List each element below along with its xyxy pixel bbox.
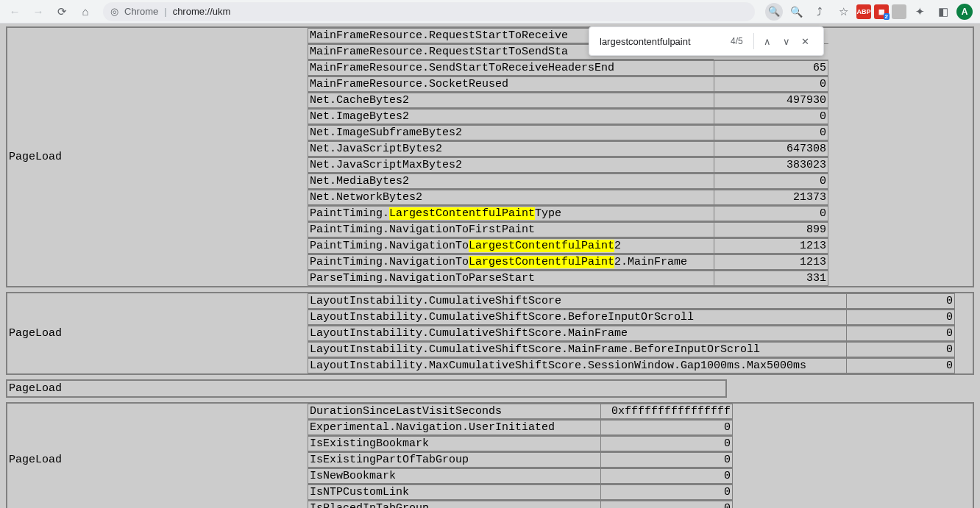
table-row: Net.JavaScriptMaxBytes2383023 [308, 157, 828, 173]
metric-value: 0 [714, 206, 828, 221]
metric-name: PaintTiming.LargestContentfulPaintType [308, 206, 714, 221]
metric-value: 1213 [714, 254, 828, 270]
metric-name: Net.NetworkBytes2 [308, 190, 714, 205]
home-button[interactable]: ⌂ [75, 1, 96, 22]
table-row: LayoutInstability.CumulativeShiftScore.B… [308, 309, 955, 325]
metric-name: DurationSinceLastVisitSeconds [308, 404, 600, 419]
table-row: IsExistingPartOfTabGroup0 [308, 451, 733, 468]
table-row: Experimental.Navigation.UserInitiated0 [308, 419, 733, 435]
metric-value: 0 [600, 468, 733, 484]
table-row: LayoutInstability.CumulativeShiftScore0 [308, 293, 955, 309]
find-prev-button[interactable]: ∧ [759, 32, 777, 51]
metric-value: 899 [714, 222, 828, 237]
find-separator [753, 33, 754, 49]
table-row: LayoutInstability.CumulativeShiftScore.M… [308, 325, 955, 341]
share-icon[interactable]: ⤴ [809, 1, 830, 22]
metric-value: 0 [846, 293, 955, 309]
table-row: LayoutInstability.MaxCumulativeShiftScor… [308, 357, 955, 373]
metric-value: 21373 [714, 190, 828, 205]
metric-value: 0 [846, 326, 955, 341]
extension-abp-icon[interactable]: ABP [856, 4, 871, 19]
find-in-page-bar: 4/5 ∧ ∨ ✕ [589, 26, 824, 56]
metric-name: IsExistingPartOfTabGroup [308, 452, 600, 468]
metric-name: MainFrameResource.SocketReused [308, 76, 714, 92]
metric-name: PaintTiming.NavigationToFirstPaint [308, 222, 714, 237]
section-label: PageLoad [7, 404, 308, 508]
metric-value: 0 [600, 436, 733, 451]
find-count: 4/5 [731, 36, 743, 46]
table-row: MainFrameResource.SocketReused0 [308, 76, 828, 92]
zoom-find-icon[interactable]: 🔍 [765, 3, 783, 21]
find-next-button[interactable]: ∨ [777, 32, 795, 51]
metric-name: Net.JavaScriptBytes2 [308, 141, 714, 157]
table-row: PaintTiming.NavigationToFirstPaint899 [308, 221, 828, 237]
metric-value: 383023 [714, 157, 828, 173]
reload-button[interactable]: ⟳ [52, 1, 72, 22]
toolbar-right: 🔍 🔍 ⤴ ☆ ABP ▦2 ✦ ◧ A [762, 1, 976, 22]
table-row: Net.JavaScriptBytes2647308 [308, 140, 828, 157]
metric-value: 1213 [714, 238, 828, 254]
browser-toolbar: ← → ⟳ ⌂ ◎ Chrome | chrome://ukm 🔍 🔍 ⤴ ☆ … [0, 0, 980, 24]
metric-name: Net.JavaScriptMaxBytes2 [308, 157, 714, 173]
find-input[interactable] [598, 35, 725, 48]
extension-gray-icon[interactable] [892, 4, 906, 19]
metric-name: Net.CacheBytes2 [308, 93, 714, 108]
metric-name: MainFrameResource.SendStartToReceiveHead… [308, 60, 714, 76]
table-row: LayoutInstability.CumulativeShiftScore.M… [308, 341, 955, 357]
profile-avatar[interactable]: A [956, 4, 973, 20]
extensions-puzzle-icon[interactable]: ✦ [909, 1, 930, 22]
table-row: PaintTiming.NavigationToLargestContentfu… [308, 237, 828, 254]
metric-value: 0 [846, 358, 955, 373]
ukm-section: PageLoad DurationSinceLastVisitSeconds0x… [6, 402, 974, 508]
ukm-section: PageLoad LayoutInstability.CumulativeShi… [6, 292, 974, 375]
metric-value: 0 [714, 173, 828, 189]
metric-value: 497930 [714, 93, 828, 108]
metric-value: 0 [714, 109, 828, 124]
find-close-button[interactable]: ✕ [796, 32, 814, 51]
metric-value: 0 [600, 452, 733, 468]
address-url: chrome://ukm [173, 6, 231, 17]
bookmark-star-icon[interactable]: ☆ [833, 1, 853, 22]
metric-name: IsExistingBookmark [308, 436, 600, 451]
table-row: Net.CacheBytes2497930 [308, 92, 828, 108]
metric-name: IsPlacedInTabGroup [308, 501, 600, 508]
metric-name: IsNewBookmark [308, 468, 600, 484]
table-row: IsPlacedInTabGroup0 [308, 500, 733, 508]
page-content: PageLoad MainFrameResource.RequestStartT… [0, 24, 980, 508]
metric-name: Net.MediaBytes2 [308, 173, 714, 189]
zoom-out-icon[interactable]: 🔍 [786, 1, 806, 22]
extension-red-icon[interactable]: ▦2 [874, 4, 889, 19]
section-label: PageLoad [7, 293, 308, 373]
metric-name: LayoutInstability.MaxCumulativeShiftScor… [308, 358, 846, 373]
section-rows: DurationSinceLastVisitSeconds0xfffffffff… [308, 404, 733, 508]
metric-value: 0 [846, 342, 955, 357]
metric-name: PaintTiming.NavigationToLargestContentfu… [308, 254, 714, 270]
table-row: MainFrameResource.SendStartToReceiveHead… [308, 60, 828, 76]
metric-name: ParseTiming.NavigationToParseStart [308, 271, 714, 286]
metric-name: Experimental.Navigation.UserInitiated [308, 420, 600, 435]
metric-name: LayoutInstability.CumulativeShiftScore.M… [308, 326, 846, 341]
forward-button[interactable]: → [28, 1, 49, 22]
section-label: PageLoad [7, 28, 308, 286]
table-row: DurationSinceLastVisitSeconds0xfffffffff… [308, 404, 733, 419]
metric-value: 0xffffffffffffffff [600, 404, 733, 419]
ukm-section-label-only: PageLoad [6, 379, 727, 398]
metric-value: 0 [846, 310, 955, 325]
address-bar[interactable]: ◎ Chrome | chrome://ukm [103, 2, 755, 21]
table-row: PaintTiming.LargestContentfulPaintType0 [308, 205, 828, 221]
table-row: IsNTPCustomLink0 [308, 484, 733, 500]
metric-value: 647308 [714, 141, 828, 157]
address-prefix: Chrome [124, 6, 158, 17]
table-row: ParseTiming.NavigationToParseStart331 [308, 270, 828, 286]
metric-value: 0 [600, 420, 733, 435]
ukm-section: PageLoad MainFrameResource.RequestStartT… [6, 26, 974, 287]
back-button[interactable]: ← [4, 1, 25, 22]
table-row: IsExistingBookmark0 [308, 435, 733, 451]
table-row: Net.ImageSubframeBytes20 [308, 124, 828, 140]
chrome-icon: ◎ [110, 6, 118, 17]
metric-name: LayoutInstability.CumulativeShiftScore.B… [308, 310, 846, 325]
section-rows: MainFrameResource.RequestStartToReceiveM… [308, 28, 828, 286]
side-panel-icon[interactable]: ◧ [933, 1, 954, 22]
table-row: PaintTiming.NavigationToLargestContentfu… [308, 254, 828, 270]
table-row: Net.NetworkBytes221373 [308, 189, 828, 205]
